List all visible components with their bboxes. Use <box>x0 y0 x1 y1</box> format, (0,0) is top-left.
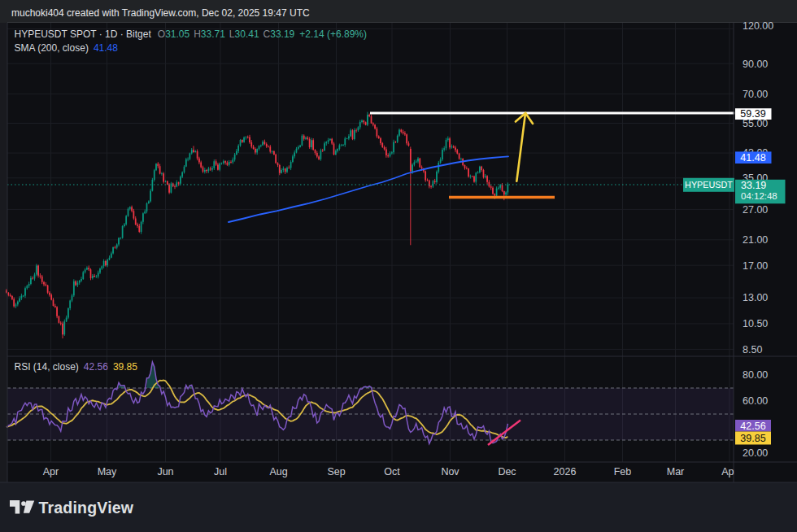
svg-text:27.00: 27.00 <box>743 204 768 216</box>
svg-text:41.48: 41.48 <box>740 152 765 164</box>
svg-text:13.00: 13.00 <box>743 292 768 303</box>
svg-text:Feb: Feb <box>614 466 632 477</box>
svg-text:Apr: Apr <box>43 466 59 477</box>
svg-text:59.39: 59.39 <box>740 108 765 120</box>
svg-text:70.00: 70.00 <box>743 89 768 100</box>
svg-text:20.00: 20.00 <box>743 447 768 459</box>
svg-text:8.50: 8.50 <box>743 344 762 355</box>
svg-text:33.19: 33.19 <box>741 180 766 191</box>
svg-text:Sep: Sep <box>327 466 345 477</box>
svg-text:Nov: Nov <box>441 466 459 477</box>
svg-text:04:12:48: 04:12:48 <box>741 191 777 201</box>
svg-text:Dec: Dec <box>498 466 516 477</box>
svg-text:60.00: 60.00 <box>743 395 768 407</box>
svg-text:HYPEUSDT: HYPEUSDT <box>685 180 733 190</box>
svg-text:10.50: 10.50 <box>743 318 768 329</box>
svg-text:21.00: 21.00 <box>743 234 768 246</box>
svg-text:SMA (200, close)41.48: SMA (200, close)41.48 <box>15 42 119 54</box>
svg-text:Jul: Jul <box>214 466 227 477</box>
svg-text:120.00: 120.00 <box>743 20 773 32</box>
svg-text:May: May <box>98 466 117 477</box>
svg-text:muchoki404 created with Tradin: muchoki404 created with TradingView.com,… <box>11 7 310 19</box>
svg-text:42.56: 42.56 <box>740 421 765 432</box>
svg-text:Aug: Aug <box>269 466 287 477</box>
svg-text:17.00: 17.00 <box>743 260 768 272</box>
svg-text:Oct: Oct <box>384 466 400 477</box>
svg-text:39.85: 39.85 <box>740 433 765 444</box>
svg-text:80.00: 80.00 <box>743 369 768 381</box>
svg-text:2026: 2026 <box>554 466 577 477</box>
svg-text:Jun: Jun <box>157 466 173 477</box>
svg-text:90.00: 90.00 <box>743 59 768 70</box>
svg-text:Mar: Mar <box>667 466 685 477</box>
svg-text:TradingView: TradingView <box>39 499 134 517</box>
svg-text:RSI (14, close)42.5639.85: RSI (14, close)42.5639.85 <box>15 361 138 373</box>
